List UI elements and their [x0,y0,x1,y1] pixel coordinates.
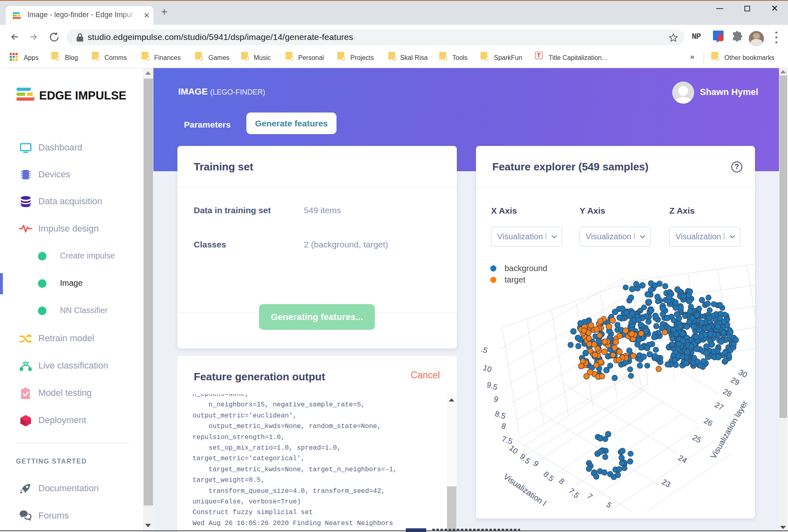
svg-text:8.5: 8.5 [494,409,507,421]
svg-text:25: 25 [691,433,703,444]
svg-text:30: 30 [737,368,749,379]
svg-text:9: 9 [531,459,540,468]
svg-text:8.5: 8.5 [542,470,556,483]
svg-text:9: 9 [493,395,499,404]
svg-text:.5: .5 [480,345,489,355]
svg-text:EDGE IMPULSE: EDGE IMPULSE [39,89,126,102]
svg-text:5: 5 [604,500,613,510]
svg-text:27: 27 [713,400,725,412]
svg-text:7.5: 7.5 [501,435,514,446]
svg-text:29: 29 [729,375,741,387]
svg-text:9.5: 9.5 [518,452,532,466]
svg-text:28: 28 [722,387,733,398]
svg-text:26: 26 [702,416,714,428]
svg-text:10: 10 [482,363,493,374]
svg-text:7: 7 [585,492,594,501]
svg-text:7.5: 7.5 [567,486,581,500]
svg-text:8: 8 [557,477,566,486]
svg-text:10: 10 [507,444,520,456]
svg-text:23: 23 [660,477,672,489]
svg-text:8: 8 [500,422,507,431]
svg-text:24: 24 [677,453,688,465]
svg-text:9.5: 9.5 [486,380,498,392]
svg-text:Visualization l: Visualization l [502,472,548,508]
